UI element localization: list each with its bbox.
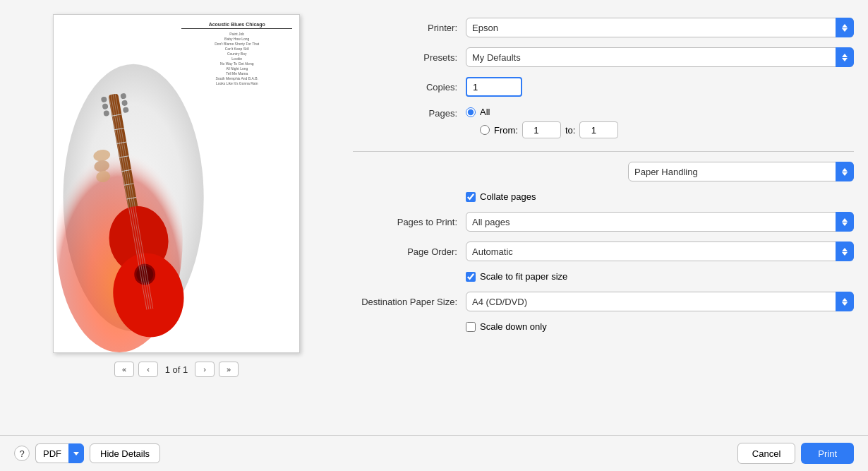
track-item: Country Boy xyxy=(181,52,292,56)
pages-to-input[interactable] xyxy=(579,121,618,138)
first-page-button[interactable]: « xyxy=(114,362,134,377)
track-item: Don't Blame Shorty For That xyxy=(181,42,292,47)
presets-label: Presets: xyxy=(353,52,466,63)
page-order-wrapper: Automatic Normal Reversed xyxy=(466,242,854,261)
track-item: Can't Keep Still xyxy=(181,47,292,52)
last-page-button[interactable]: » xyxy=(219,362,239,377)
track-item: South Memphis And B.A.B. xyxy=(181,76,292,81)
prev-page-button[interactable]: ‹ xyxy=(138,362,158,377)
page-order-row: Page Order: Automatic Normal Reversed xyxy=(353,242,854,261)
bottom-bar: ? PDF Hide Details Cancel Print xyxy=(0,435,868,471)
album-title: Acoustic Blues Chicago xyxy=(181,22,292,29)
print-button[interactable]: Print xyxy=(801,443,854,464)
page-order-select[interactable]: Automatic Normal Reversed xyxy=(466,242,854,261)
printer-select-wrapper: Epson xyxy=(466,18,854,37)
collate-checkbox[interactable] xyxy=(466,192,476,202)
print-dialog: Acoustic Blues Chicago Paint JobBaby How… xyxy=(0,0,868,471)
pages-control: All From: to: xyxy=(466,107,854,138)
presets-select[interactable]: My Defaults xyxy=(466,47,854,67)
track-item: Baby How Long xyxy=(181,37,292,42)
printer-control: Epson xyxy=(466,18,854,37)
next-page-button[interactable]: › xyxy=(195,362,215,377)
copies-row: Copies: xyxy=(353,77,854,97)
pdf-label[interactable]: PDF xyxy=(35,443,68,463)
presets-control: My Defaults xyxy=(466,47,854,67)
printer-row: Printer: Epson xyxy=(353,18,854,37)
pages-to-print-label: Pages to Print: xyxy=(353,217,466,227)
preview-album-info: Acoustic Blues Chicago Paint JobBaby How… xyxy=(181,22,292,86)
track-item: Paint Job xyxy=(181,32,292,37)
pages-to-label: to: xyxy=(565,125,575,136)
pages-to-print-row: Pages to Print: All pages Odd pages only… xyxy=(353,212,854,232)
track-item: Lookie xyxy=(181,56,292,61)
preview-container: Acoustic Blues Chicago Paint JobBaby How… xyxy=(53,14,300,353)
dialog-body: Acoustic Blues Chicago Paint JobBaby How… xyxy=(0,0,868,435)
pages-to-print-select[interactable]: All pages Odd pages only Even pages only xyxy=(466,212,854,232)
track-item: All Night Long xyxy=(181,66,292,71)
printer-label: Printer: xyxy=(353,23,466,33)
hide-details-button[interactable]: Hide Details xyxy=(90,443,160,463)
copies-control xyxy=(466,77,854,97)
copies-label: Copies: xyxy=(353,82,466,93)
dest-paper-row: Destination Paper Size: A4 (CD/DVD) Lett… xyxy=(353,292,854,311)
scale-fit-row: Scale to fit paper size xyxy=(353,271,854,282)
pages-from-to-row: From: to: xyxy=(466,121,854,138)
pages-from-label[interactable]: From: xyxy=(494,125,518,136)
pages-to-print-wrapper: All pages Odd pages only Even pages only xyxy=(466,212,854,232)
track-item: Looks Like It's Gonna Rain xyxy=(181,81,292,86)
controls-panel: Printer: Epson Presets: xyxy=(353,14,854,428)
dest-paper-wrapper: A4 (CD/DVD) Letter A3 A5 xyxy=(466,292,854,311)
section-dropdown-row: Paper Handling xyxy=(353,162,854,181)
page-order-label: Page Order: xyxy=(353,246,466,257)
section-divider xyxy=(353,151,854,152)
pages-row: Pages: All From: to: xyxy=(353,107,854,138)
presets-select-wrapper: My Defaults xyxy=(466,47,854,67)
page-indicator: 1 of 1 xyxy=(162,364,191,375)
pages-from-radio[interactable] xyxy=(480,125,490,135)
dest-paper-control: A4 (CD/DVD) Letter A3 A5 xyxy=(466,292,854,311)
page-order-control: Automatic Normal Reversed xyxy=(466,242,854,261)
tracks-list: Paint JobBaby How LongDon't Blame Shorty… xyxy=(181,32,292,86)
presets-row: Presets: My Defaults xyxy=(353,47,854,67)
pages-to-print-control: All pages Odd pages only Even pages only xyxy=(466,212,854,232)
pages-all-label[interactable]: All xyxy=(480,107,490,117)
scale-down-row: Scale down only xyxy=(353,321,854,332)
dest-paper-label: Destination Paper Size: xyxy=(353,297,466,307)
section-select-wrapper: Paper Handling xyxy=(628,162,854,181)
pages-from-input[interactable] xyxy=(522,121,561,138)
pages-label: Pages: xyxy=(353,107,466,119)
scale-fit-checkbox[interactable] xyxy=(466,272,476,282)
scale-down-checkbox[interactable] xyxy=(466,322,476,332)
section-select[interactable]: Paper Handling xyxy=(628,162,854,181)
pages-all-row: All xyxy=(466,107,854,117)
pdf-dropdown-icon xyxy=(73,452,79,455)
pages-all-radio[interactable] xyxy=(466,107,476,117)
copies-input[interactable] xyxy=(466,77,522,97)
track-item: No Way To Get Along xyxy=(181,61,292,66)
page-navigation: « ‹ 1 of 1 › » xyxy=(114,362,239,377)
scale-fit-label[interactable]: Scale to fit paper size xyxy=(480,271,567,282)
pages-section: All From: to: xyxy=(466,107,854,138)
cancel-button[interactable]: Cancel xyxy=(737,443,795,464)
help-button[interactable]: ? xyxy=(14,446,30,461)
preview-image: Acoustic Blues Chicago Paint JobBaby How… xyxy=(54,15,299,352)
pdf-button-group: PDF xyxy=(35,443,84,463)
collate-row: Collate pages xyxy=(353,191,854,202)
dest-paper-select[interactable]: A4 (CD/DVD) Letter A3 A5 xyxy=(466,292,854,311)
scale-down-label[interactable]: Scale down only xyxy=(480,321,547,332)
collate-label[interactable]: Collate pages xyxy=(480,191,536,202)
pdf-dropdown-button[interactable] xyxy=(68,443,84,463)
printer-select[interactable]: Epson xyxy=(466,18,854,37)
track-item: Tell Me Mama xyxy=(181,71,292,76)
preview-panel: Acoustic Blues Chicago Paint JobBaby How… xyxy=(14,14,339,428)
